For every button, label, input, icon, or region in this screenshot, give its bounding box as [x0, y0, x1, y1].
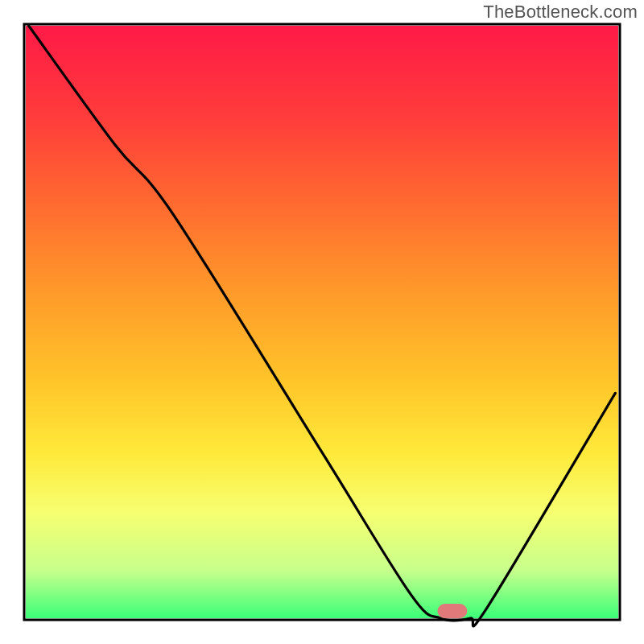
bottleneck-chart: [0, 0, 644, 644]
gradient-background: [26, 26, 618, 618]
watermark-text: TheBottleneck.com: [483, 2, 638, 23]
optimal-marker: [438, 604, 468, 618]
chart-container: TheBottleneck.com: [0, 0, 644, 644]
